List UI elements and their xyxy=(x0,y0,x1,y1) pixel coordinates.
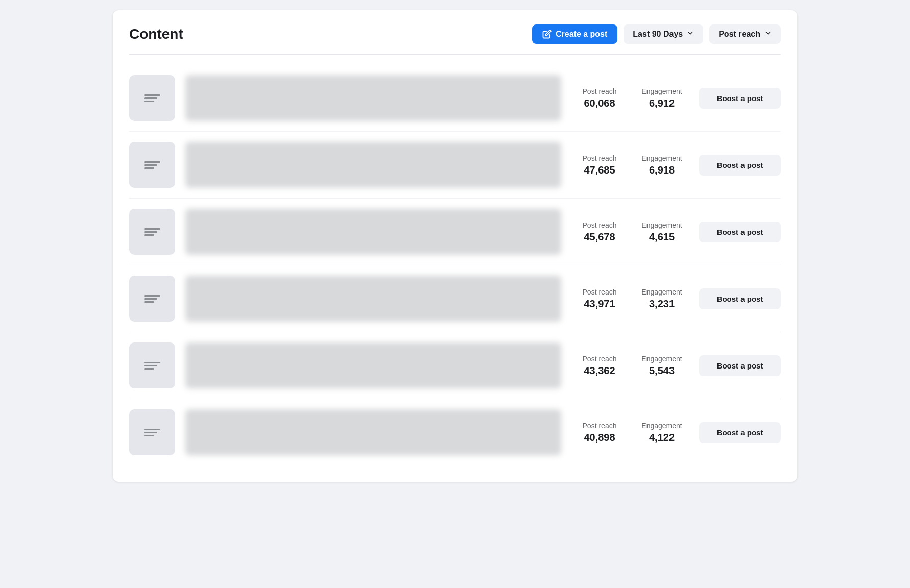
metric-filter-button[interactable]: Post reach xyxy=(709,24,781,44)
post-thumbnail xyxy=(129,142,175,188)
post-thumbnail xyxy=(129,342,175,388)
engagement-value: 6,918 xyxy=(639,164,685,176)
engagement-label: Engagement xyxy=(639,87,685,95)
post-reach-label: Post reach xyxy=(577,422,622,430)
post-preview-blurred xyxy=(185,142,561,188)
post-reach-label: Post reach xyxy=(577,154,622,162)
boost-post-button[interactable]: Boost a post xyxy=(699,422,781,443)
boost-post-button[interactable]: Boost a post xyxy=(699,288,781,309)
engagement-value: 4,122 xyxy=(639,432,685,444)
engagement-label: Engagement xyxy=(639,422,685,430)
post-reach-label: Post reach xyxy=(577,87,622,95)
post-stats: Post reach 47,685 Engagement 6,918 xyxy=(577,154,685,176)
post-thumbnail-icon xyxy=(138,429,166,436)
post-thumbnail-icon xyxy=(138,161,166,169)
engagement-value: 4,615 xyxy=(639,231,685,243)
engagement-stat: Engagement 4,122 xyxy=(639,422,685,444)
post-thumbnail-icon xyxy=(138,228,166,236)
post-preview-content xyxy=(185,75,561,121)
post-preview-blurred xyxy=(185,409,561,455)
boost-post-button[interactable]: Boost a post xyxy=(699,155,781,176)
post-reach-stat: Post reach 45,678 xyxy=(577,221,622,243)
post-thumbnail-icon xyxy=(138,94,166,102)
engagement-value: 3,231 xyxy=(639,298,685,310)
boost-post-button[interactable]: Boost a post xyxy=(699,88,781,109)
post-preview-content xyxy=(185,276,561,322)
post-reach-stat: Post reach 43,971 xyxy=(577,288,622,310)
create-post-icon xyxy=(542,30,552,39)
post-stats: Post reach 43,362 Engagement 5,543 xyxy=(577,355,685,377)
post-reach-value: 43,362 xyxy=(577,365,622,377)
post-stats: Post reach 40,898 Engagement 4,122 xyxy=(577,422,685,444)
post-reach-stat: Post reach 47,685 xyxy=(577,154,622,176)
post-reach-value: 43,971 xyxy=(577,298,622,310)
engagement-label: Engagement xyxy=(639,355,685,363)
create-post-label: Create a post xyxy=(556,30,607,39)
metric-filter-label: Post reach xyxy=(719,30,760,39)
engagement-label: Engagement xyxy=(639,154,685,162)
header-actions: Create a post Last 90 Days Post reach xyxy=(532,24,781,44)
engagement-value: 6,912 xyxy=(639,97,685,109)
post-preview-blurred xyxy=(185,209,561,255)
metric-filter-chevron-icon xyxy=(764,30,772,39)
post-stats: Post reach 45,678 Engagement 4,615 xyxy=(577,221,685,243)
engagement-label: Engagement xyxy=(639,221,685,229)
post-preview-content xyxy=(185,142,561,188)
post-item: Post reach 40,898 Engagement 4,122 Boost… xyxy=(129,399,781,465)
post-thumbnail xyxy=(129,209,175,255)
post-stats: Post reach 43,971 Engagement 3,231 xyxy=(577,288,685,310)
post-thumbnail-icon xyxy=(138,295,166,303)
engagement-stat: Engagement 3,231 xyxy=(639,288,685,310)
header-divider xyxy=(129,54,781,55)
post-preview-content xyxy=(185,409,561,455)
engagement-value: 5,543 xyxy=(639,365,685,377)
boost-post-button[interactable]: Boost a post xyxy=(699,355,781,376)
post-reach-value: 47,685 xyxy=(577,164,622,176)
post-preview-blurred xyxy=(185,75,561,121)
page-title: Content xyxy=(129,26,183,42)
post-reach-stat: Post reach 43,362 xyxy=(577,355,622,377)
post-thumbnail-icon xyxy=(138,362,166,370)
date-filter-label: Last 90 Days xyxy=(633,30,683,39)
post-thumbnail xyxy=(129,75,175,121)
post-reach-value: 40,898 xyxy=(577,432,622,444)
post-item: Post reach 45,678 Engagement 4,615 Boost… xyxy=(129,199,781,265)
engagement-stat: Engagement 6,918 xyxy=(639,154,685,176)
create-post-button[interactable]: Create a post xyxy=(532,24,617,44)
post-item: Post reach 43,971 Engagement 3,231 Boost… xyxy=(129,265,781,332)
post-thumbnail xyxy=(129,409,175,455)
post-reach-stat: Post reach 40,898 xyxy=(577,422,622,444)
post-reach-value: 60,068 xyxy=(577,97,622,109)
date-filter-chevron-icon xyxy=(687,30,694,39)
post-preview-content xyxy=(185,342,561,388)
post-list: Post reach 60,068 Engagement 6,912 Boost… xyxy=(129,65,781,465)
engagement-stat: Engagement 4,615 xyxy=(639,221,685,243)
content-card: Content Create a post Last 90 Days xyxy=(113,10,797,482)
post-reach-label: Post reach xyxy=(577,288,622,296)
boost-post-button[interactable]: Boost a post xyxy=(699,222,781,242)
post-item: Post reach 60,068 Engagement 6,912 Boost… xyxy=(129,65,781,132)
post-reach-value: 45,678 xyxy=(577,231,622,243)
post-reach-label: Post reach xyxy=(577,221,622,229)
post-preview-content xyxy=(185,209,561,255)
post-stats: Post reach 60,068 Engagement 6,912 xyxy=(577,87,685,109)
post-item: Post reach 43,362 Engagement 5,543 Boost… xyxy=(129,332,781,399)
engagement-stat: Engagement 6,912 xyxy=(639,87,685,109)
engagement-stat: Engagement 5,543 xyxy=(639,355,685,377)
post-reach-stat: Post reach 60,068 xyxy=(577,87,622,109)
post-item: Post reach 47,685 Engagement 6,918 Boost… xyxy=(129,132,781,199)
post-reach-label: Post reach xyxy=(577,355,622,363)
post-thumbnail xyxy=(129,276,175,322)
engagement-label: Engagement xyxy=(639,288,685,296)
date-filter-button[interactable]: Last 90 Days xyxy=(624,24,703,44)
post-preview-blurred xyxy=(185,276,561,322)
page-header: Content Create a post Last 90 Days xyxy=(129,24,781,44)
post-preview-blurred xyxy=(185,342,561,388)
